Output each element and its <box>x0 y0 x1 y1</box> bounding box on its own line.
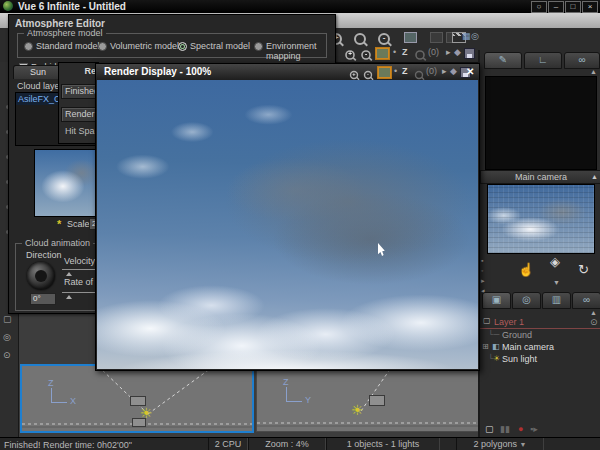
group-label: Atmosphere model <box>24 28 106 38</box>
play-icon[interactable]: ▸ <box>446 47 451 57</box>
viewport-side[interactable]: Z Y ☀ <box>256 364 479 432</box>
record-icon[interactable]: ● <box>518 424 523 434</box>
radio-environment-mapping[interactable] <box>254 42 263 51</box>
zoom-out-icon[interactable]: - <box>378 33 390 45</box>
object-row-sunlight[interactable]: └ ☀ Sun light <box>480 353 600 365</box>
sun-light-gizmo[interactable]: ☀ <box>351 403 364 417</box>
layer-label[interactable]: Layer 1 <box>494 316 524 328</box>
window-titlebar[interactable]: Vue 6 Infinite - Untitled ○ – □ × <box>0 0 600 13</box>
aspect-preview[interactable] <box>485 76 597 170</box>
zoom-in-icon[interactable]: + <box>350 71 358 79</box>
render-time-button[interactable]: Render ti <box>61 107 99 122</box>
pause-icon[interactable]: ▮▮ <box>500 424 510 434</box>
new-layer-icon[interactable]: ▢ <box>485 424 494 434</box>
visibility-eye-icon[interactable]: ⊙ <box>590 316 598 328</box>
layer-icon: ▢ <box>483 316 491 326</box>
render-progress-dialog[interactable]: Re Finished! Render ti Hit Spa <box>58 62 99 144</box>
status-cpu: 2 CPU <box>208 438 248 450</box>
render-sphere-icon[interactable]: ◎ <box>471 31 479 41</box>
tab-sun[interactable]: Sun <box>13 65 63 79</box>
camera-gizmo[interactable] <box>369 395 385 406</box>
zoom-out-icon[interactable]: - <box>364 71 372 79</box>
swatch-icon[interactable]: ◆ <box>450 66 457 76</box>
direction-dial[interactable] <box>27 262 55 290</box>
camera-panel-title: Main camera <box>515 172 567 182</box>
radio-label[interactable]: Spectral model <box>190 41 250 51</box>
close-button[interactable]: × <box>582 1 598 13</box>
chevron-down-icon: ▼ <box>520 441 527 448</box>
orbit-icon[interactable]: ↻ <box>578 262 589 277</box>
cloud-preview-thumbnail[interactable] <box>34 149 98 217</box>
radio-label[interactable]: Volumetric model <box>110 41 179 51</box>
viewport-front[interactable]: Z X ☀ <box>20 364 254 433</box>
globe-tool-icon[interactable]: ⊙ <box>3 350 11 360</box>
status-zoom[interactable]: Zoom : 4% <box>248 438 326 450</box>
object-label[interactable]: Main camera <box>502 341 554 353</box>
status-objects: 1 objects - 1 lights <box>326 438 440 450</box>
star-icon: * <box>57 218 61 230</box>
radio-label[interactable]: Standard model <box>36 41 100 51</box>
tab-world-search[interactable]: ◎ <box>512 292 541 309</box>
tab-world-objects[interactable]: ▣ <box>482 292 511 309</box>
render-options-icon[interactable]: ▦ <box>462 31 471 41</box>
radio-volumetric-model[interactable] <box>98 42 107 51</box>
scale-label: Scale <box>67 219 90 229</box>
polygons-value: 2 polygons <box>474 439 518 449</box>
window-title: Vue 6 Infinite - Untitled <box>18 1 126 12</box>
collapse-arrow-icon[interactable]: ▲ <box>591 171 598 183</box>
layer-row[interactable]: ▢ Layer 1 ⊙ <box>480 316 600 329</box>
zoom-z-icon[interactable]: Z <box>402 47 408 57</box>
objects-icon: ▣ <box>492 294 501 305</box>
link-icon: ∞ <box>578 54 585 65</box>
step-icon[interactable]: ▪▸ <box>530 424 538 434</box>
object-label[interactable]: Ground <box>502 329 532 341</box>
hint-text-fragment: Hit Spa <box>65 126 95 136</box>
radio-spectral-model[interactable] <box>178 42 187 51</box>
group-label: Cloud animation <box>22 238 93 248</box>
render-display-titlebar[interactable]: Render Display - 100% + - • Z (0) ▸ ◆ ✕ <box>96 64 479 80</box>
expand-box-icon[interactable]: ⊞ <box>482 341 489 353</box>
down-arrow-icon[interactable]: ▼ <box>553 278 560 288</box>
magnify-tool-icon[interactable]: ◎ <box>3 332 11 342</box>
restore-button[interactable]: □ <box>565 1 581 13</box>
close-icon[interactable]: ✕ <box>466 66 474 77</box>
radio-label[interactable]: Environment mapping <box>266 41 326 61</box>
clock-icon[interactable]: ○ <box>531 1 547 13</box>
tab-numerics[interactable]: ∟ <box>524 52 562 69</box>
mini-toggle-icon[interactable]: ▪ <box>481 256 483 266</box>
camera-panel-header[interactable]: Main camera ▲ <box>480 170 600 184</box>
object-row-camera[interactable]: ⊞ ◧ Main camera <box>480 341 600 353</box>
zoom-in-small-icon[interactable]: + <box>345 50 355 60</box>
sun-light-gizmo[interactable]: ☀ <box>140 406 153 420</box>
fit-image-icon[interactable] <box>376 48 389 59</box>
zoom-z-icon[interactable]: Z <box>402 66 408 76</box>
tab-world-library[interactable]: ▥ <box>542 292 571 309</box>
camera-tilt-icon[interactable]: ◈ <box>550 254 560 269</box>
fit-image-icon[interactable] <box>378 67 391 78</box>
mini-toggle-icon[interactable]: ◦ <box>481 266 483 276</box>
zoom-out-small-icon[interactable]: - <box>361 50 371 60</box>
mini-toggle-icon[interactable]: ▸ <box>481 276 485 286</box>
object-row-ground[interactable]: └─ Ground <box>480 329 600 341</box>
zero-zoom-icon[interactable]: (0) <box>426 66 437 76</box>
render-display-window[interactable]: Render Display - 100% + - • Z (0) ▸ ◆ ✕ <box>95 63 480 371</box>
save-image-icon[interactable] <box>464 48 475 59</box>
pan-hand-icon[interactable]: ☝ <box>518 262 534 277</box>
play-icon[interactable]: ▸ <box>442 66 447 76</box>
status-polygons-dropdown[interactable]: 2 polygons ▼ <box>456 438 544 450</box>
disabled-tool-icon <box>430 32 443 43</box>
tab-aspect[interactable]: ✎ <box>484 52 522 69</box>
direction-value-field[interactable]: 0° <box>30 293 56 305</box>
object-label[interactable]: Sun light <box>502 353 537 365</box>
copy-image-icon[interactable] <box>404 32 417 43</box>
swatch-icon[interactable]: ◆ <box>454 47 461 57</box>
magnifier-icon: ◎ <box>522 294 531 305</box>
cube-tool-icon[interactable]: ▢ <box>3 314 12 324</box>
minimize-button[interactable]: – <box>548 1 564 13</box>
mouse-cursor <box>378 243 387 256</box>
radio-standard-model[interactable] <box>24 42 33 51</box>
zero-zoom-icon[interactable]: (0) <box>428 47 439 57</box>
tab-world-links[interactable]: ∞ <box>572 292 600 309</box>
zoom-region-icon[interactable] <box>354 33 366 45</box>
camera-preview[interactable] <box>487 184 595 254</box>
